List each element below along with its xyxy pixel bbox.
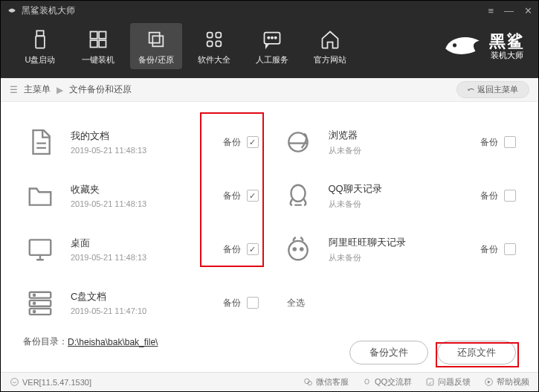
chat-icon [262, 28, 283, 51]
tool-label: 人工服务 [256, 54, 288, 65]
menu-icon[interactable]: ≡ [488, 5, 494, 16]
svg-point-26 [293, 248, 295, 250]
tool-label: 官方网站 [314, 54, 346, 65]
svg-rect-32 [427, 379, 433, 385]
item-date: 从未备份 [329, 252, 481, 263]
item-date: 从未备份 [329, 145, 481, 156]
checkbox[interactable] [247, 136, 259, 148]
item-browser: 浏览器从未备份 备份 [281, 115, 517, 169]
copy-icon [146, 28, 167, 51]
item-date: 2019-05-21 11:48:13 [71, 199, 223, 208]
svg-point-28 [11, 379, 19, 386]
svg-rect-10 [207, 41, 213, 46]
server-icon [23, 286, 57, 320]
back-button[interactable]: ⤺ 返回主菜单 [456, 81, 529, 98]
version-text: VER[11.5.47.1530] [22, 378, 91, 387]
toolbar: U盘启动 一键装机 备份/还原 软件大全 人工服务 官方网站 黑鲨 装机大师 [1, 20, 538, 78]
app-icon [7, 5, 17, 16]
ie-icon [281, 125, 315, 159]
checkbox[interactable] [504, 243, 516, 255]
svg-rect-16 [30, 240, 51, 255]
list-icon: ☰ [10, 85, 18, 95]
item-date: 2019-05-21 11:48:13 [71, 146, 223, 155]
breadcrumb: ☰ 主菜单 ▶ 文件备份和还原 ⤺ 返回主菜单 [1, 78, 538, 102]
document-icon [23, 125, 57, 159]
tool-software[interactable]: 软件大全 [188, 23, 240, 69]
tool-website[interactable]: 官方网站 [304, 23, 356, 69]
svg-rect-3 [99, 31, 106, 38]
status-wechat[interactable]: 微信客服 [303, 376, 349, 388]
item-name: 桌面 [71, 237, 223, 250]
brand-logo: 黑鲨 装机大师 [442, 28, 525, 64]
tool-usb[interactable]: U盘启动 [14, 23, 66, 69]
item-name: 收藏夹 [71, 183, 223, 196]
backup-dir-path[interactable]: D:\heisha\bak\bak_file\ [68, 337, 158, 347]
minimize-icon[interactable]: — [504, 5, 514, 16]
svg-rect-11 [216, 41, 221, 46]
brand-small: 装机大师 [491, 51, 523, 60]
item-name: 浏览器 [329, 129, 481, 142]
checkbox[interactable] [247, 243, 259, 255]
item-date: 2019-05-21 11:47:10 [71, 306, 223, 315]
item-my-documents: 我的文档2019-05-21 11:48:13 备份 [23, 115, 259, 169]
svg-rect-2 [91, 31, 97, 38]
tool-install[interactable]: 一键装机 [72, 23, 124, 69]
svg-rect-8 [207, 32, 213, 37]
svg-point-14 [271, 36, 273, 38]
svg-point-27 [300, 248, 303, 250]
action-label: 备份 [480, 190, 498, 202]
qq-icon [281, 179, 315, 213]
item-c-drive: C盘文档2019-05-21 11:47:10 备份 [23, 276, 259, 330]
back-arrow-icon: ⤺ [468, 85, 474, 94]
button-bar: 备份文件 还原文件 [349, 341, 516, 364]
brand-big: 黑鲨 [489, 33, 525, 51]
wangwang-icon [281, 232, 315, 266]
action-label: 备份 [223, 243, 241, 256]
checkbox[interactable] [504, 190, 516, 202]
action-label: 备份 [480, 136, 498, 149]
chevron-circle-icon [10, 377, 19, 387]
statusbar: VER[11.5.47.1530] 微信客服 QQ交流群 问题反馈 帮助视频 [1, 372, 538, 391]
svg-point-25 [288, 241, 307, 260]
tool-backup[interactable]: 备份/还原 [130, 23, 182, 69]
shark-icon [442, 28, 483, 64]
titlebar: 黑鲨装机大师 ≡ — ✕ [1, 1, 538, 20]
action-label: 备份 [223, 190, 241, 202]
item-name: C盘文档 [71, 290, 223, 303]
svg-rect-0 [36, 30, 43, 36]
checkbox[interactable] [247, 297, 259, 309]
svg-point-20 [33, 295, 35, 296]
svg-rect-7 [152, 36, 163, 46]
back-label: 返回主菜单 [477, 84, 518, 95]
status-qq-group[interactable]: QQ交流群 [362, 376, 412, 388]
svg-point-22 [33, 311, 35, 312]
select-all-label: 全选 [287, 297, 305, 309]
backup-dir-label: 备份目录： [23, 335, 68, 348]
monitor-icon [23, 232, 57, 266]
svg-rect-9 [216, 32, 221, 37]
version: VER[11.5.47.1530] [10, 377, 91, 387]
item-desktop: 桌面2019-05-21 11:48:13 备份 [23, 222, 259, 276]
restore-button[interactable]: 还原文件 [437, 341, 516, 364]
breadcrumb-current: 文件备份和还原 [69, 83, 132, 96]
breadcrumb-root[interactable]: 主菜单 [24, 83, 51, 96]
status-help[interactable]: 帮助视频 [484, 376, 529, 388]
checkbox[interactable] [247, 190, 259, 202]
usb-icon [30, 28, 51, 51]
window-controls: ≡ — ✕ [488, 5, 532, 16]
checkbox[interactable] [504, 136, 516, 148]
item-date: 2019-05-21 11:48:13 [71, 253, 223, 262]
select-all[interactable]: 全选 [281, 276, 517, 330]
svg-point-24 [291, 185, 305, 202]
svg-point-21 [33, 303, 35, 304]
svg-point-13 [268, 36, 269, 38]
item-date: 从未备份 [329, 199, 481, 210]
svg-rect-6 [149, 32, 160, 42]
tool-label: U盘启动 [25, 54, 56, 65]
status-feedback[interactable]: 问题反馈 [425, 376, 471, 388]
svg-rect-5 [99, 40, 106, 47]
close-icon[interactable]: ✕ [524, 5, 532, 16]
svg-rect-4 [91, 40, 97, 47]
backup-button[interactable]: 备份文件 [349, 341, 428, 364]
tool-support[interactable]: 人工服务 [246, 23, 298, 69]
